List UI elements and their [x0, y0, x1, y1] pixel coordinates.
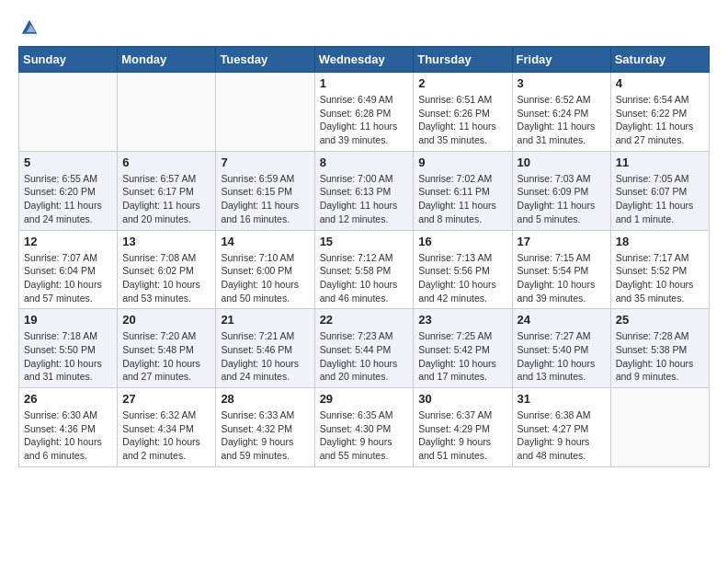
calendar-cell: 18Sunrise: 7:17 AM Sunset: 5:52 PM Dayli…: [610, 230, 709, 309]
calendar-cell: 22Sunrise: 7:23 AM Sunset: 5:44 PM Dayli…: [314, 309, 414, 388]
day-info: Sunrise: 7:12 AM Sunset: 5:58 PM Dayligh…: [320, 251, 409, 305]
day-info: Sunrise: 7:23 AM Sunset: 5:44 PM Dayligh…: [320, 329, 409, 384]
day-info: Sunrise: 6:30 AM Sunset: 4:36 PM Dayligh…: [24, 408, 112, 463]
day-number: 9: [418, 155, 506, 169]
day-number: 12: [24, 235, 112, 248]
day-number: 26: [24, 392, 112, 406]
day-info: Sunrise: 7:10 AM Sunset: 6:00 PM Dayligh…: [221, 251, 309, 305]
day-info: Sunrise: 7:05 AM Sunset: 6:07 PM Dayligh…: [616, 172, 704, 226]
calendar-cell: 15Sunrise: 7:12 AM Sunset: 5:58 PM Dayli…: [314, 230, 414, 309]
day-number: 20: [122, 313, 210, 327]
day-number: 30: [418, 392, 506, 406]
day-info: Sunrise: 6:59 AM Sunset: 6:15 PM Dayligh…: [221, 172, 309, 226]
calendar-cell: 3Sunrise: 6:52 AM Sunset: 6:24 PM Daylig…: [512, 73, 610, 152]
calendar-cell: 14Sunrise: 7:10 AM Sunset: 6:00 PM Dayli…: [216, 230, 314, 309]
calendar-cell: 8Sunrise: 7:00 AM Sunset: 6:13 PM Daylig…: [314, 151, 414, 230]
weekday-header-monday: Monday: [118, 47, 216, 73]
day-number: 13: [122, 235, 210, 248]
day-info: Sunrise: 7:08 AM Sunset: 6:02 PM Dayligh…: [122, 251, 210, 305]
day-number: 5: [24, 155, 112, 169]
calendar-cell: 26Sunrise: 6:30 AM Sunset: 4:36 PM Dayli…: [19, 388, 118, 467]
calendar-cell: 7Sunrise: 6:59 AM Sunset: 6:15 PM Daylig…: [216, 151, 314, 230]
calendar-cell: 31Sunrise: 6:38 AM Sunset: 4:27 PM Dayli…: [512, 388, 610, 467]
calendar-cell: 27Sunrise: 6:32 AM Sunset: 4:34 PM Dayli…: [118, 388, 216, 467]
calendar-cell: [19, 73, 118, 152]
calendar-week-row: 19Sunrise: 7:18 AM Sunset: 5:50 PM Dayli…: [19, 309, 710, 388]
day-info: Sunrise: 6:37 AM Sunset: 4:29 PM Dayligh…: [418, 408, 506, 463]
page-header: [18, 18, 710, 37]
weekday-header-sunday: Sunday: [19, 47, 118, 73]
calendar-cell: 25Sunrise: 7:28 AM Sunset: 5:38 PM Dayli…: [610, 309, 709, 388]
calendar-cell: 24Sunrise: 7:27 AM Sunset: 5:40 PM Dayli…: [512, 309, 610, 388]
day-info: Sunrise: 7:07 AM Sunset: 6:04 PM Dayligh…: [24, 251, 112, 305]
day-info: Sunrise: 6:52 AM Sunset: 6:24 PM Dayligh…: [518, 93, 606, 147]
day-info: Sunrise: 6:33 AM Sunset: 4:32 PM Dayligh…: [221, 408, 309, 463]
day-info: Sunrise: 7:17 AM Sunset: 5:52 PM Dayligh…: [616, 251, 704, 305]
calendar-week-row: 12Sunrise: 7:07 AM Sunset: 6:04 PM Dayli…: [19, 230, 710, 309]
day-info: Sunrise: 6:57 AM Sunset: 6:17 PM Dayligh…: [122, 172, 210, 226]
calendar-cell: 21Sunrise: 7:21 AM Sunset: 5:46 PM Dayli…: [216, 309, 314, 388]
day-info: Sunrise: 7:27 AM Sunset: 5:40 PM Dayligh…: [518, 329, 606, 384]
day-number: 1: [320, 76, 409, 90]
calendar-cell: 17Sunrise: 7:15 AM Sunset: 5:54 PM Dayli…: [512, 230, 610, 309]
calendar-table: SundayMondayTuesdayWednesdayThursdayFrid…: [18, 46, 710, 467]
calendar-cell: 5Sunrise: 6:55 AM Sunset: 6:20 PM Daylig…: [19, 151, 118, 230]
calendar-week-row: 5Sunrise: 6:55 AM Sunset: 6:20 PM Daylig…: [19, 151, 710, 230]
day-number: 15: [320, 235, 409, 248]
calendar-cell: 2Sunrise: 6:51 AM Sunset: 6:26 PM Daylig…: [414, 73, 512, 152]
day-info: Sunrise: 7:20 AM Sunset: 5:48 PM Dayligh…: [122, 329, 210, 384]
day-number: 8: [320, 155, 409, 169]
calendar-cell: 19Sunrise: 7:18 AM Sunset: 5:50 PM Dayli…: [19, 309, 118, 388]
day-info: Sunrise: 7:00 AM Sunset: 6:13 PM Dayligh…: [320, 172, 409, 226]
day-info: Sunrise: 6:54 AM Sunset: 6:22 PM Dayligh…: [616, 93, 704, 147]
day-number: 23: [418, 313, 506, 327]
calendar-cell: 29Sunrise: 6:35 AM Sunset: 4:30 PM Dayli…: [314, 388, 414, 467]
day-info: Sunrise: 6:51 AM Sunset: 6:26 PM Dayligh…: [418, 93, 506, 147]
day-number: 6: [122, 155, 210, 169]
day-number: 16: [418, 235, 506, 248]
day-info: Sunrise: 7:03 AM Sunset: 6:09 PM Dayligh…: [518, 172, 606, 226]
calendar-cell: 11Sunrise: 7:05 AM Sunset: 6:07 PM Dayli…: [610, 151, 709, 230]
day-info: Sunrise: 6:55 AM Sunset: 6:20 PM Dayligh…: [24, 172, 112, 226]
weekday-header-row: SundayMondayTuesdayWednesdayThursdayFrid…: [19, 47, 710, 73]
day-info: Sunrise: 7:28 AM Sunset: 5:38 PM Dayligh…: [616, 329, 704, 384]
calendar-cell: 1Sunrise: 6:49 AM Sunset: 6:28 PM Daylig…: [314, 73, 414, 152]
calendar-cell: 10Sunrise: 7:03 AM Sunset: 6:09 PM Dayli…: [512, 151, 610, 230]
day-number: 29: [320, 392, 409, 406]
weekday-header-thursday: Thursday: [414, 47, 512, 73]
day-number: 4: [616, 76, 704, 90]
day-info: Sunrise: 7:15 AM Sunset: 5:54 PM Dayligh…: [518, 251, 606, 305]
calendar-week-row: 26Sunrise: 6:30 AM Sunset: 4:36 PM Dayli…: [19, 388, 710, 467]
calendar-cell: 12Sunrise: 7:07 AM Sunset: 6:04 PM Dayli…: [19, 230, 118, 309]
calendar-cell: [610, 388, 709, 467]
day-number: 28: [221, 392, 309, 406]
day-number: 7: [221, 155, 309, 169]
day-number: 31: [518, 392, 606, 406]
logo: [18, 18, 39, 37]
day-number: 2: [418, 76, 506, 90]
calendar-cell: 4Sunrise: 6:54 AM Sunset: 6:22 PM Daylig…: [610, 73, 709, 152]
day-number: 14: [221, 235, 309, 248]
calendar-cell: 28Sunrise: 6:33 AM Sunset: 4:32 PM Dayli…: [216, 388, 314, 467]
day-number: 22: [320, 313, 409, 327]
weekday-header-wednesday: Wednesday: [314, 47, 414, 73]
day-info: Sunrise: 6:35 AM Sunset: 4:30 PM Dayligh…: [320, 408, 409, 463]
calendar-cell: 23Sunrise: 7:25 AM Sunset: 5:42 PM Dayli…: [414, 309, 512, 388]
logo-icon: [20, 18, 39, 37]
day-number: 18: [616, 235, 704, 248]
day-info: Sunrise: 7:18 AM Sunset: 5:50 PM Dayligh…: [24, 329, 112, 384]
day-number: 19: [24, 313, 112, 327]
calendar-cell: 9Sunrise: 7:02 AM Sunset: 6:11 PM Daylig…: [414, 151, 512, 230]
day-number: 3: [518, 76, 606, 90]
day-info: Sunrise: 6:38 AM Sunset: 4:27 PM Dayligh…: [518, 408, 606, 463]
day-number: 25: [616, 313, 704, 327]
day-number: 21: [221, 313, 309, 327]
day-number: 24: [518, 313, 606, 327]
weekday-header-friday: Friday: [512, 47, 610, 73]
weekday-header-tuesday: Tuesday: [216, 47, 314, 73]
calendar-week-row: 1Sunrise: 6:49 AM Sunset: 6:28 PM Daylig…: [19, 73, 710, 152]
day-number: 27: [122, 392, 210, 406]
day-info: Sunrise: 7:25 AM Sunset: 5:42 PM Dayligh…: [418, 329, 506, 384]
weekday-header-saturday: Saturday: [610, 47, 709, 73]
day-info: Sunrise: 7:21 AM Sunset: 5:46 PM Dayligh…: [221, 329, 309, 384]
